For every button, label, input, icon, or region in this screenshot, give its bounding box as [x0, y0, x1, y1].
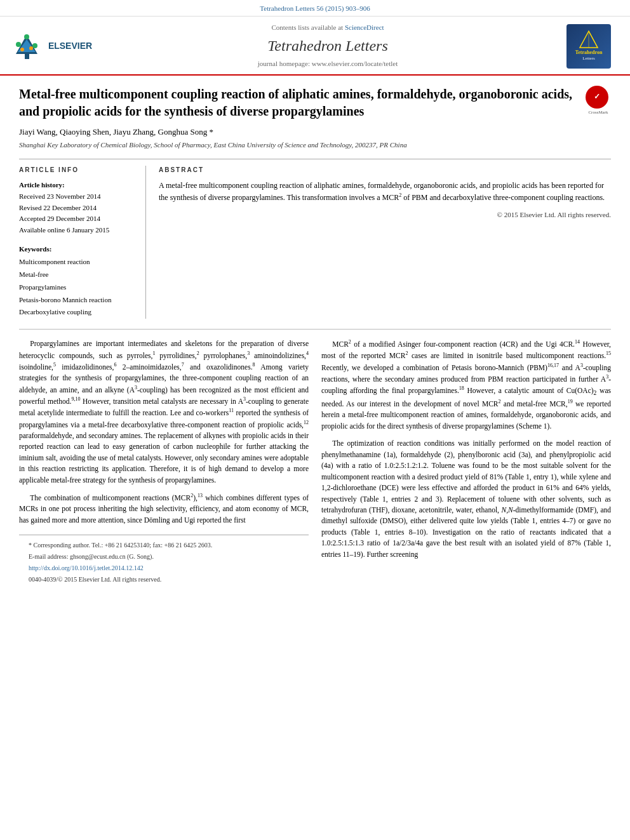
footnote-doi: http://dx.doi.org/10.1016/j.tetlet.2014.…	[19, 563, 309, 573]
body-text-section: Propargylamines are important intermedia…	[19, 329, 611, 586]
body-para-4: The optimization of reaction conditions …	[321, 438, 611, 560]
article-history: Article history: Received 23 November 20…	[19, 180, 135, 236]
available-date: Available online 6 January 2015	[19, 225, 135, 236]
footnote-email: E-mail address: ghsong@ecust.edu.cn (G. …	[19, 552, 309, 561]
body-col-right: MCR2 of a modified Asinger four-componen…	[321, 338, 611, 586]
svg-point-6	[20, 48, 24, 51]
abstract-heading: Abstract	[159, 166, 611, 175]
svg-point-3	[16, 42, 21, 47]
elsevier-tree-icon	[10, 32, 44, 60]
tetrahedron-badge-area: Tetrahedron Letters	[566, 24, 617, 69]
main-content: Metal-free multicomponent coupling react…	[0, 76, 630, 599]
abstract-col: Abstract A metal-free multicomponent cou…	[159, 166, 611, 319]
keyword-3: Propargylamines	[19, 281, 135, 294]
author-names: Jiayi Wang, Qiaoying Shen, Jiayu Zhang, …	[19, 127, 213, 137]
sciencedirect-link[interactable]: ScienceDirect	[345, 23, 384, 31]
journal-name: Tetrahedron Letters	[89, 36, 566, 57]
crossmark-text: CrossMark	[586, 110, 611, 116]
received-date: Received 23 November 2014	[19, 191, 135, 203]
footnote-issn: 0040-4039/© 2015 Elsevier Ltd. All right…	[19, 575, 309, 584]
journal-header: ELSEVIER Contents lists available at Sci…	[0, 17, 630, 75]
article-info-col: Article Info Article history: Received 2…	[19, 166, 146, 319]
body-para-2: The combination of multicomponent reacti…	[19, 492, 309, 526]
tetrahedron-icon	[578, 30, 600, 49]
body-para-3: MCR2 of a modified Asinger four-componen…	[321, 338, 611, 432]
keyword-4: Petasis-borono Mannich reaction	[19, 294, 135, 307]
svg-point-7	[29, 46, 33, 50]
article-title: Metal-free multicomponent coupling react…	[19, 86, 576, 120]
body-col-left: Propargylamines are important intermedia…	[19, 338, 309, 586]
elsevier-logo: ELSEVIER	[10, 32, 92, 60]
svg-point-5	[24, 34, 29, 39]
tetrahedron-badge: Tetrahedron Letters	[566, 24, 611, 69]
svg-marker-9	[589, 31, 598, 48]
history-label: Article history:	[19, 180, 135, 191]
article-title-section: Metal-free multicomponent coupling react…	[19, 86, 611, 120]
keyword-1: Multicomponent reaction	[19, 256, 135, 269]
footnote-corresponding: * Corresponding author. Tel.: +86 21 642…	[19, 540, 309, 550]
journal-url: journal homepage: www.elsevier.com/locat…	[89, 59, 566, 69]
article-info-heading: Article Info	[19, 166, 135, 175]
info-abstract-section: Article Info Article history: Received 2…	[19, 159, 611, 319]
revised-date: Revised 22 December 2014	[19, 203, 135, 214]
elsevier-text: ELSEVIER	[48, 40, 92, 53]
sciencedirect-info: Contents lists available at ScienceDirec…	[89, 23, 566, 32]
journal-reference: Tetrahedron Letters 56 (2015) 903–906	[0, 0, 630, 17]
keywords-section: Keywords: Multicomponent reaction Metal-…	[19, 243, 135, 319]
affiliation: Shanghai Key Laboratory of Chemical Biol…	[19, 140, 611, 150]
crossmark-icon[interactable]: ✓	[586, 86, 608, 109]
body-para-1: Propargylamines are important intermedia…	[19, 338, 309, 486]
keyword-5: Decarboxylative coupling	[19, 306, 135, 319]
footnote-area: * Corresponding author. Tel.: +86 21 642…	[19, 535, 309, 584]
abstract-copyright: © 2015 Elsevier Ltd. All rights reserved…	[159, 210, 611, 220]
journal-center-info: Contents lists available at ScienceDirec…	[89, 23, 566, 69]
abstract-text: A metal-free multicomponent coupling rea…	[159, 180, 611, 203]
authors: Jiayi Wang, Qiaoying Shen, Jiayu Zhang, …	[19, 126, 611, 138]
keyword-2: Metal-free	[19, 269, 135, 281]
keywords-label: Keywords:	[19, 243, 135, 256]
crossmark-badge[interactable]: ✓ CrossMark	[586, 86, 611, 116]
elsevier-logo-area: ELSEVIER	[13, 32, 89, 60]
svg-point-4	[32, 43, 37, 48]
svg-rect-0	[25, 54, 29, 59]
journal-ref-text: Tetrahedron Letters 56 (2015) 903–906	[260, 4, 370, 12]
accepted-date: Accepted 29 December 2014	[19, 213, 135, 225]
